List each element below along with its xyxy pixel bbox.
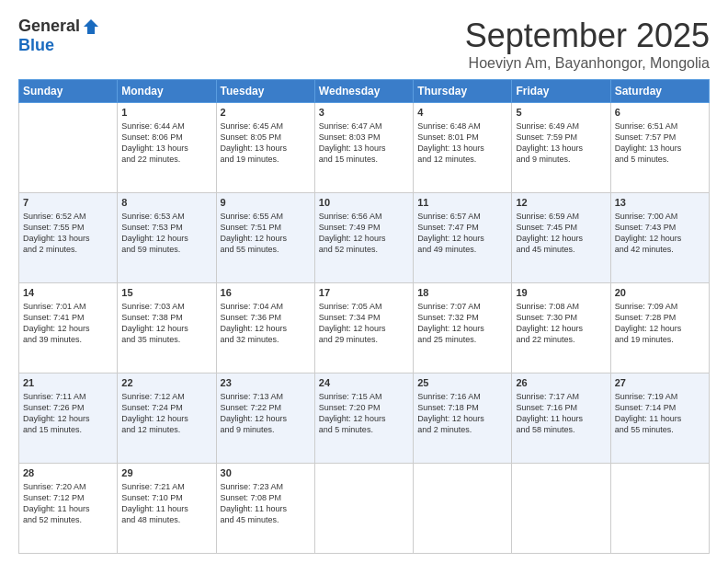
day-info: Sunrise: 7:21 AMSunset: 7:10 PMDaylight:… — [121, 481, 211, 526]
day-number: 7 — [23, 196, 113, 210]
day-info: Sunrise: 7:05 AMSunset: 7:34 PMDaylight:… — [319, 301, 409, 346]
day-number: 5 — [516, 106, 606, 120]
day-number: 9 — [221, 196, 311, 210]
calendar-cell: 5Sunrise: 6:49 AMSunset: 7:59 PMDaylight… — [512, 103, 610, 193]
day-number: 13 — [615, 196, 705, 210]
day-info: Sunrise: 6:48 AMSunset: 8:01 PMDaylight:… — [417, 121, 507, 166]
header: General Blue September 2025 Hoeviyn Am, … — [18, 17, 710, 72]
logo: General Blue — [18, 17, 100, 55]
calendar-cell: 19Sunrise: 7:08 AMSunset: 7:30 PMDayligh… — [512, 283, 610, 373]
calendar-cell: 28Sunrise: 7:20 AMSunset: 7:12 PMDayligh… — [19, 464, 118, 554]
day-number: 21 — [23, 376, 113, 390]
day-number: 27 — [615, 376, 705, 390]
calendar-week-2: 7Sunrise: 6:52 AMSunset: 7:55 PMDaylight… — [19, 193, 710, 283]
calendar-cell: 13Sunrise: 7:00 AMSunset: 7:43 PMDayligh… — [610, 193, 709, 283]
calendar-cell — [414, 464, 512, 554]
calendar-header-row: Sunday Monday Tuesday Wednesday Thursday… — [19, 80, 710, 103]
calendar-cell: 21Sunrise: 7:11 AMSunset: 7:26 PMDayligh… — [19, 373, 118, 464]
calendar-cell: 12Sunrise: 6:59 AMSunset: 7:45 PMDayligh… — [512, 193, 610, 283]
day-number: 1 — [121, 106, 211, 120]
calendar-table: Sunday Monday Tuesday Wednesday Thursday… — [18, 79, 710, 554]
day-number: 26 — [516, 376, 606, 390]
day-number: 12 — [516, 196, 606, 210]
calendar-cell — [19, 103, 118, 193]
day-info: Sunrise: 6:53 AMSunset: 7:53 PMDaylight:… — [121, 211, 211, 256]
day-info: Sunrise: 7:07 AMSunset: 7:32 PMDaylight:… — [417, 301, 507, 346]
day-info: Sunrise: 7:23 AMSunset: 7:08 PMDaylight:… — [221, 481, 311, 526]
day-info: Sunrise: 7:20 AMSunset: 7:12 PMDaylight:… — [23, 481, 113, 526]
calendar-cell: 27Sunrise: 7:19 AMSunset: 7:14 PMDayligh… — [610, 373, 709, 464]
day-info: Sunrise: 7:01 AMSunset: 7:41 PMDaylight:… — [23, 301, 113, 346]
calendar-cell — [314, 464, 413, 554]
calendar-cell: 1Sunrise: 6:44 AMSunset: 8:06 PMDaylight… — [118, 103, 216, 193]
day-number: 22 — [121, 376, 211, 390]
calendar-cell: 7Sunrise: 6:52 AMSunset: 7:55 PMDaylight… — [19, 193, 118, 283]
day-number: 18 — [417, 286, 507, 300]
calendar-cell: 17Sunrise: 7:05 AMSunset: 7:34 PMDayligh… — [314, 283, 413, 373]
day-info: Sunrise: 7:11 AMSunset: 7:26 PMDaylight:… — [23, 391, 113, 436]
calendar-cell: 25Sunrise: 7:16 AMSunset: 7:18 PMDayligh… — [414, 373, 512, 464]
calendar-cell: 23Sunrise: 7:13 AMSunset: 7:22 PMDayligh… — [216, 373, 314, 464]
day-info: Sunrise: 7:13 AMSunset: 7:22 PMDaylight:… — [221, 391, 311, 436]
day-number: 2 — [221, 106, 311, 120]
calendar-cell: 29Sunrise: 7:21 AMSunset: 7:10 PMDayligh… — [118, 464, 216, 554]
day-info: Sunrise: 6:47 AMSunset: 8:03 PMDaylight:… — [319, 121, 409, 166]
day-info: Sunrise: 6:45 AMSunset: 8:05 PMDaylight:… — [221, 121, 311, 166]
day-info: Sunrise: 6:44 AMSunset: 8:06 PMDaylight:… — [121, 121, 211, 166]
calendar-cell: 2Sunrise: 6:45 AMSunset: 8:05 PMDaylight… — [216, 103, 314, 193]
col-thursday: Thursday — [414, 80, 512, 103]
calendar-cell: 14Sunrise: 7:01 AMSunset: 7:41 PMDayligh… — [19, 283, 118, 373]
day-info: Sunrise: 7:04 AMSunset: 7:36 PMDaylight:… — [221, 301, 311, 346]
day-info: Sunrise: 7:12 AMSunset: 7:24 PMDaylight:… — [121, 391, 211, 436]
day-number: 16 — [221, 286, 311, 300]
col-tuesday: Tuesday — [216, 80, 314, 103]
calendar-cell: 22Sunrise: 7:12 AMSunset: 7:24 PMDayligh… — [118, 373, 216, 464]
calendar-cell: 3Sunrise: 6:47 AMSunset: 8:03 PMDaylight… — [314, 103, 413, 193]
calendar-cell — [610, 464, 709, 554]
col-wednesday: Wednesday — [314, 80, 413, 103]
day-number: 20 — [615, 286, 705, 300]
day-number: 4 — [417, 106, 507, 120]
logo-general: General — [18, 17, 80, 36]
calendar-cell: 4Sunrise: 6:48 AMSunset: 8:01 PMDaylight… — [414, 103, 512, 193]
col-sunday: Sunday — [19, 80, 118, 103]
day-info: Sunrise: 6:56 AMSunset: 7:49 PMDaylight:… — [319, 211, 409, 256]
day-info: Sunrise: 6:55 AMSunset: 7:51 PMDaylight:… — [221, 211, 311, 256]
day-info: Sunrise: 7:08 AMSunset: 7:30 PMDaylight:… — [516, 301, 606, 346]
day-number: 28 — [23, 466, 113, 480]
page: General Blue September 2025 Hoeviyn Am, … — [0, 0, 728, 563]
day-number: 19 — [516, 286, 606, 300]
calendar-week-1: 1Sunrise: 6:44 AMSunset: 8:06 PMDaylight… — [19, 103, 710, 193]
day-number: 3 — [319, 106, 409, 120]
svg-marker-0 — [84, 19, 98, 34]
title-block: September 2025 Hoeviyn Am, Bayanhongor, … — [465, 17, 710, 72]
day-number: 10 — [319, 196, 409, 210]
day-number: 14 — [23, 286, 113, 300]
location-subtitle: Hoeviyn Am, Bayanhongor, Mongolia — [465, 55, 710, 72]
calendar-cell — [512, 464, 610, 554]
day-number: 17 — [319, 286, 409, 300]
calendar-cell: 6Sunrise: 6:51 AMSunset: 7:57 PMDaylight… — [610, 103, 709, 193]
day-info: Sunrise: 7:09 AMSunset: 7:28 PMDaylight:… — [615, 301, 705, 346]
col-monday: Monday — [118, 80, 216, 103]
day-info: Sunrise: 7:00 AMSunset: 7:43 PMDaylight:… — [615, 211, 705, 256]
day-number: 29 — [121, 466, 211, 480]
day-info: Sunrise: 7:15 AMSunset: 7:20 PMDaylight:… — [319, 391, 409, 436]
day-number: 24 — [319, 376, 409, 390]
month-title: September 2025 — [465, 17, 710, 55]
day-info: Sunrise: 6:57 AMSunset: 7:47 PMDaylight:… — [417, 211, 507, 256]
calendar-cell: 8Sunrise: 6:53 AMSunset: 7:53 PMDaylight… — [118, 193, 216, 283]
calendar-week-4: 21Sunrise: 7:11 AMSunset: 7:26 PMDayligh… — [19, 373, 710, 464]
day-number: 30 — [221, 466, 311, 480]
calendar-cell: 20Sunrise: 7:09 AMSunset: 7:28 PMDayligh… — [610, 283, 709, 373]
day-info: Sunrise: 7:16 AMSunset: 7:18 PMDaylight:… — [417, 391, 507, 436]
calendar-cell: 30Sunrise: 7:23 AMSunset: 7:08 PMDayligh… — [216, 464, 314, 554]
calendar-cell: 15Sunrise: 7:03 AMSunset: 7:38 PMDayligh… — [118, 283, 216, 373]
calendar-cell: 26Sunrise: 7:17 AMSunset: 7:16 PMDayligh… — [512, 373, 610, 464]
col-saturday: Saturday — [610, 80, 709, 103]
calendar-cell: 10Sunrise: 6:56 AMSunset: 7:49 PMDayligh… — [314, 193, 413, 283]
calendar-cell: 11Sunrise: 6:57 AMSunset: 7:47 PMDayligh… — [414, 193, 512, 283]
day-info: Sunrise: 6:51 AMSunset: 7:57 PMDaylight:… — [615, 121, 705, 166]
day-number: 11 — [417, 196, 507, 210]
day-info: Sunrise: 6:49 AMSunset: 7:59 PMDaylight:… — [516, 121, 606, 166]
